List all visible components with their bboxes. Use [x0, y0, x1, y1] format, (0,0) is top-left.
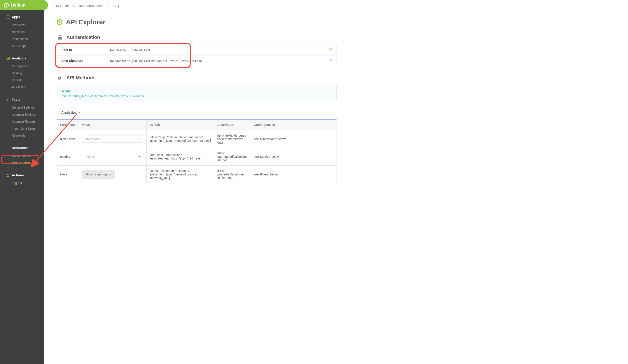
- nav-heading-actions[interactable]: Actions: [0, 171, 44, 180]
- th-contingencies: Contingencies: [251, 119, 336, 130]
- nav-item-placements[interactable]: Placements: [0, 35, 44, 42]
- page-title-icon: [57, 19, 63, 25]
- chevron-right-icon: ❯: [72, 4, 74, 7]
- brand[interactable]: Helium: [0, 0, 44, 10]
- nav-item-keywords[interactable]: Keywords: [0, 132, 44, 139]
- table-row: dimensions dimensions ▼ ['date', 'app', …: [57, 130, 336, 148]
- param-description: list of fields/attributes used to breakd…: [214, 130, 251, 148]
- param-name: metrics: [57, 148, 79, 166]
- nav-label: Tools: [12, 98, 20, 101]
- nav-label: Analytics: [12, 56, 26, 60]
- nav-heading-apps[interactable]: Apps: [0, 12, 44, 21]
- show-filters-button[interactable]: Show filters Inputs: [82, 170, 115, 179]
- table-row: metrics metrics ▼ ['requests', 'impressi…: [57, 148, 336, 166]
- param-name: dimensions: [57, 130, 79, 148]
- param-value-cell: Show filters Inputs: [79, 166, 146, 183]
- param-contingencies: see 'Dimensions' below: [251, 130, 336, 148]
- nav-item-import-line-items[interactable]: Import Line Items: [0, 125, 44, 132]
- nav-item-documentation[interactable]: Documentation: [0, 152, 44, 159]
- th-description: Description: [214, 119, 251, 130]
- note-box: Note: Our Reporting API is limited to 40…: [57, 85, 336, 102]
- param-value-cell: metrics ▼: [79, 148, 146, 166]
- params-table: Parameter Value Default Description Cont…: [57, 119, 336, 183]
- param-contingencies: see 'Filters' below: [251, 166, 336, 183]
- auth-label: User ID: [61, 48, 109, 52]
- auth-table: User ID 1a2b3c4d5e6f7g8h9i0j1k2l User Si…: [57, 45, 336, 66]
- nav-item-reports[interactable]: Reports: [0, 77, 44, 84]
- user-icon: [6, 173, 10, 177]
- brand-logo-icon: [4, 3, 9, 8]
- nav-item-adomain-reports[interactable]: Adomain Reports: [0, 118, 44, 125]
- param-value-cell: dimensions ▼: [79, 130, 146, 148]
- auth-row-user-signature: User Signature 1a2b3c4d5e6f7g8h9i0j1k2l3…: [57, 56, 336, 66]
- nav-item-general-settings[interactable]: General Settings: [0, 104, 44, 111]
- topbar-link-sdk[interactable]: SDK Guide: [52, 4, 69, 8]
- section-header-auth: Authentication: [57, 35, 336, 40]
- main: SDK Guide ❯ Dashboard Guide ❯ FAQ API Ex…: [44, 0, 628, 364]
- page-title: API Explorer: [57, 18, 336, 26]
- nav-heading-analytics[interactable]: Analytics: [0, 54, 44, 63]
- phone-icon: [6, 15, 10, 19]
- brand-text: Helium: [11, 3, 26, 8]
- nav-heading-tools[interactable]: Tools: [0, 95, 44, 104]
- chevron-down-icon: [78, 111, 81, 115]
- section-heading: Authentication: [67, 35, 100, 40]
- topbar-link-faq[interactable]: FAQ: [113, 4, 119, 8]
- sidebar: Helium Apps Overview Networks Placements…: [0, 0, 44, 364]
- nav-item-adomain-settings[interactable]: Adomain Settings: [0, 111, 44, 118]
- th-value: Value: [79, 119, 146, 130]
- svg-rect-0: [7, 15, 9, 18]
- note-text: Our Reporting API is limited to 40 reque…: [62, 94, 331, 98]
- caret-down-icon: ▼: [138, 138, 140, 140]
- nav-item-performance[interactable]: Performance: [0, 63, 44, 70]
- th-parameter: Parameter: [57, 119, 79, 130]
- gear-icon: [57, 75, 63, 80]
- param-default: ['apps', 'placements', 'country', 'place…: [146, 166, 214, 183]
- note-title: Note:: [62, 89, 331, 93]
- caret-down-icon: ▼: [138, 155, 140, 158]
- nav-heading-resources[interactable]: Resources: [0, 143, 44, 152]
- table-row: filters Show filters Inputs ['apps', 'pl…: [57, 166, 336, 183]
- svg-point-6: [61, 76, 62, 77]
- list-icon: [6, 146, 10, 149]
- auth-value: 1a2b3c4d5e6f7g8h9i0j1k2l: [109, 49, 328, 52]
- chart-icon: [6, 57, 10, 60]
- param-name: filters: [57, 166, 79, 183]
- topbar-link-dashboard[interactable]: Dashboard Guide: [78, 4, 104, 8]
- section-heading: API Methods: [67, 75, 95, 81]
- param-description: list of properties/attributes to filter …: [214, 166, 251, 183]
- wrench-icon: [6, 98, 10, 101]
- chevron-right-icon: ❯: [107, 4, 109, 7]
- nav-item-overview[interactable]: Overview: [0, 21, 44, 28]
- nav-item-adgroups[interactable]: Ad Groups: [0, 42, 44, 49]
- nav-item-bidding[interactable]: Bidding: [0, 70, 44, 77]
- dropdown-placeholder: metrics: [85, 155, 95, 158]
- analytics-collapse-toggle[interactable]: Analytics: [61, 111, 336, 115]
- dropdown-placeholder: dimensions: [85, 137, 100, 141]
- nav-item-abtests[interactable]: A/B Tests: [0, 84, 44, 91]
- param-default: ['date', 'app', 'helium_placement_name',…: [146, 130, 214, 148]
- nav-label: Resources: [12, 146, 29, 150]
- nav-item-logout[interactable]: Log out: [0, 180, 44, 187]
- nav-item-api-explorer[interactable]: API Explorer: [0, 159, 44, 166]
- page-title-text: API Explorer: [66, 18, 105, 26]
- metrics-dropdown[interactable]: metrics ▼: [82, 153, 143, 160]
- dimensions-dropdown[interactable]: dimensions ▼: [82, 135, 143, 143]
- topbar: SDK Guide ❯ Dashboard Guide ❯ FAQ: [44, 0, 628, 12]
- analytics-label: Analytics: [61, 111, 77, 115]
- link-icon[interactable]: [328, 48, 332, 52]
- th-default: Default: [146, 119, 214, 130]
- nav-item-networks[interactable]: Networks: [0, 28, 44, 35]
- nav-label: Apps: [12, 15, 20, 19]
- param-contingencies: see 'Metrics' below: [251, 148, 336, 166]
- param-description: list of aggregated/calculated metrics: [214, 148, 251, 166]
- lock-icon: [57, 35, 63, 40]
- link-icon[interactable]: [328, 59, 332, 63]
- auth-value: 1a2b3c4d5e6f7g8h9i0j1k2l3m4n5o6p7q8r9s0t…: [109, 59, 328, 63]
- nav-label: Actions: [12, 173, 24, 177]
- svg-point-4: [59, 78, 60, 79]
- param-default: ['requests', 'impressions', 'estimated_e…: [146, 148, 214, 166]
- svg-point-1: [7, 174, 8, 175]
- auth-label: User Signature: [61, 59, 109, 63]
- section-header-methods: API Methods: [57, 75, 336, 81]
